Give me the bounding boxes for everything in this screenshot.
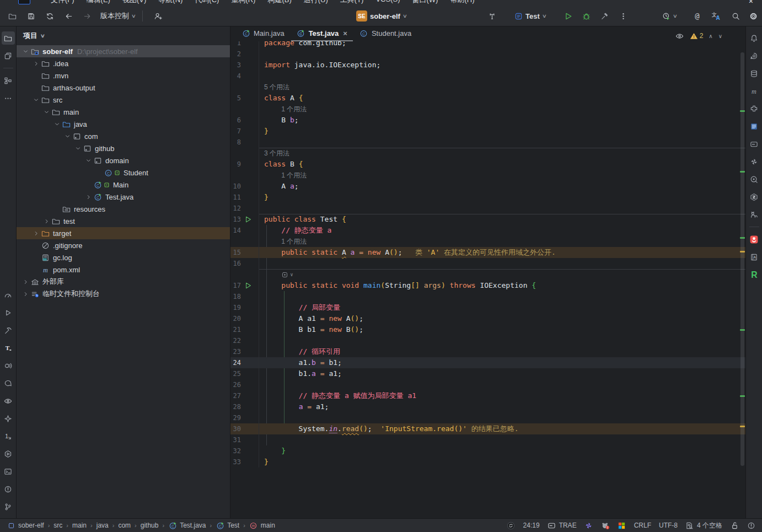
code-text[interactable]: import java.io.IOException; — [259, 60, 380, 71]
tree-item-src[interactable]: src — [17, 94, 230, 106]
tool-window-button-card[interactable] — [748, 137, 761, 151]
code-text[interactable]: System.in.read(); 'InputStream.read()' 的… — [259, 423, 519, 434]
tree-item-arthas-output[interactable]: arthas-output — [17, 82, 230, 94]
code-text[interactable]: public static A a = new A(); 类 'A' 在其定义的… — [259, 247, 556, 258]
gutter[interactable] — [241, 445, 259, 456]
menu-item[interactable]: 视图(V) — [122, 0, 146, 5]
save-button[interactable] — [23, 8, 39, 24]
line-number[interactable]: 11 — [230, 192, 241, 203]
line-number[interactable]: 31 — [230, 434, 241, 445]
tool-window-button-r-letter[interactable]: R — [748, 268, 761, 281]
scrollbar-mark[interactable] — [740, 426, 745, 427]
chev-down-icon[interactable] — [42, 108, 51, 116]
line-number[interactable]: 25 — [230, 368, 241, 379]
breadcrumb-main[interactable]: mmain — [249, 521, 275, 530]
line-number[interactable]: 13 — [230, 214, 241, 225]
microsoft-account[interactable] — [618, 521, 626, 530]
tool-window-button-shield[interactable] — [748, 190, 761, 203]
chev-right-icon[interactable] — [22, 277, 30, 286]
code-line-9[interactable]: 9class B { — [230, 159, 745, 170]
menu-item[interactable]: 运行(U) — [304, 0, 328, 5]
code-text[interactable]: class A { — [259, 93, 303, 104]
code-line-23[interactable]: 23 // 循环引用 — [230, 346, 745, 357]
ai-assistant-button[interactable]: @ — [689, 8, 705, 24]
code-line-5[interactable]: 5class A { — [230, 93, 745, 104]
tree-item-Student[interactable]: C Student — [17, 166, 230, 179]
inspection-widget[interactable]: ! 2 ∧ ∨ — [675, 31, 722, 40]
code-text[interactable]: b1.a = a1; — [259, 368, 342, 379]
code-line-29[interactable]: 29 — [230, 412, 745, 423]
code-line-6[interactable]: 6 B b; — [230, 115, 745, 126]
gutter[interactable] — [241, 390, 259, 401]
tool-window-button-target[interactable] — [748, 173, 761, 186]
ide-badge[interactable]: TRAE — [548, 521, 577, 530]
translate-button[interactable]: 文A — [708, 8, 723, 24]
project-widget[interactable]: SE sober-elf ∨ — [356, 8, 407, 24]
tool-window-button-pickaxe[interactable] — [2, 324, 15, 337]
editor-tab-Test.java[interactable]: CTest.java × — [291, 26, 353, 41]
debug-button[interactable] — [578, 8, 594, 24]
tree-item-.gitignore[interactable]: .gitignore — [17, 239, 230, 251]
code-text[interactable]: // 静态变量 a 赋值为局部变量 a1 — [259, 390, 416, 401]
tool-window-button-pin-one[interactable]: 1 — [2, 429, 15, 443]
line-number[interactable]: 6 — [230, 115, 241, 126]
gutter[interactable] — [241, 368, 259, 379]
gutter[interactable] — [241, 115, 259, 126]
tool-window-button-book-a[interactable]: A — [748, 250, 761, 264]
tool-window-button-t-dot[interactable]: T — [2, 341, 15, 354]
profiler-button[interactable]: ∨ — [662, 8, 677, 24]
editor-viewport[interactable]: 1package com.github;23import java.io.IOE… — [230, 41, 745, 518]
tool-window-button-structure[interactable] — [2, 74, 15, 87]
build-button[interactable] — [597, 8, 612, 24]
line-number[interactable]: 30 — [230, 423, 241, 434]
readonly-toggle[interactable] — [730, 521, 739, 530]
add-user-button[interactable] — [150, 8, 165, 24]
code-line-17[interactable]: 17 public static void main(String[] args… — [230, 280, 745, 291]
code-line-18[interactable]: 18 — [230, 291, 745, 302]
code-text[interactable]: B b; — [259, 115, 299, 126]
usages-inlay[interactable]: 1 个用法 — [259, 170, 307, 181]
line-number[interactable]: 21 — [230, 324, 241, 335]
settings-button[interactable] — [745, 8, 761, 24]
line-number[interactable]: 32 — [230, 445, 241, 456]
code-text[interactable] — [259, 203, 264, 214]
tool-window-button-pinwheel[interactable] — [748, 155, 761, 168]
code-line-16[interactable]: 16 — [230, 258, 745, 269]
code-text[interactable]: package com.github; — [259, 41, 346, 49]
sync-button[interactable] — [42, 8, 57, 24]
tool-window-button-bell[interactable] — [748, 31, 761, 45]
line-number[interactable]: 19 — [230, 302, 241, 313]
tree-item-sober-elf[interactable]: sober-elf D:\project\sober-elf — [17, 45, 230, 57]
code-line-33[interactable]: 33} — [230, 456, 745, 467]
code-line-15[interactable]: 15 public static A a = new A(); 类 'A' 在其… — [230, 247, 745, 258]
breadcrumb-java[interactable]: java — [96, 522, 109, 529]
app-logo-icon[interactable] — [18, 0, 30, 4]
scrollbar-mark[interactable] — [740, 171, 745, 173]
gutter[interactable] — [241, 225, 259, 236]
line-number[interactable]: 3 — [230, 60, 241, 71]
gutter[interactable] — [241, 214, 259, 225]
tree-item-github[interactable]: github — [17, 142, 230, 154]
code-line-26[interactable]: 26 — [230, 379, 745, 390]
code-text[interactable] — [259, 71, 264, 82]
code-text[interactable]: // 局部变量 — [259, 302, 340, 313]
highlight-eye-icon[interactable] — [675, 31, 684, 40]
gutter[interactable] — [241, 346, 259, 357]
code-text[interactable] — [259, 49, 264, 60]
code-line-12[interactable]: 12 — [230, 203, 745, 214]
code-line-7[interactable]: 7} — [230, 126, 745, 137]
gutter[interactable] — [241, 41, 259, 49]
annotation-inlay[interactable]: ∨ — [259, 269, 293, 280]
warnings-indicator[interactable]: ! 2 — [690, 31, 704, 40]
gutter[interactable] — [241, 456, 259, 467]
menu-item[interactable]: 工具(T) — [340, 0, 364, 5]
code-text[interactable]: } — [259, 192, 269, 203]
code-line-20[interactable]: 20 A a1 = new A(); — [230, 313, 745, 324]
search-everywhere-button[interactable] — [728, 8, 743, 24]
line-number[interactable]: 9 — [230, 159, 241, 170]
chev-right-icon[interactable] — [32, 229, 41, 238]
menu-item[interactable]: 帮助(H) — [450, 0, 474, 5]
gutter[interactable] — [241, 93, 259, 104]
code-text[interactable]: } — [259, 126, 269, 137]
chev-down-icon[interactable] — [22, 47, 30, 56]
